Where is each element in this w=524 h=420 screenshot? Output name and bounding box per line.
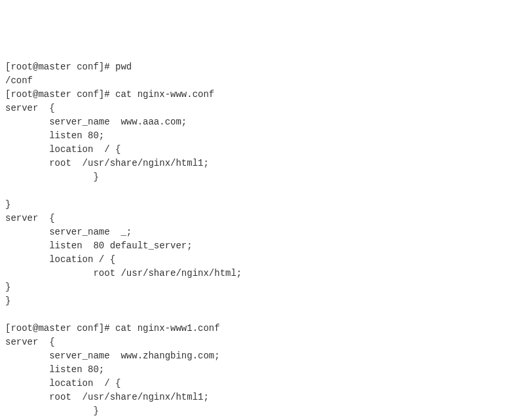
line: [root@master conf]# pwd [5, 62, 132, 72]
line: [root@master conf]# cat nginx-www.conf [5, 89, 214, 100]
line: server_name www.zhangbing.com; [5, 351, 220, 361]
line: } [5, 172, 99, 182]
line: } [5, 406, 99, 416]
line: server_name www.aaa.com; [5, 117, 187, 127]
line: listen 80; [5, 130, 104, 141]
line: root /usr/share/nginx/html1; [5, 158, 209, 168]
line: [root@master conf]# cat nginx-www1.conf [5, 323, 220, 334]
line: listen 80 default_server; [5, 240, 193, 251]
terminal-output: [root@master conf]# pwd /conf [root@mast… [5, 60, 519, 420]
line: root /usr/share/nginx/html1; [5, 392, 209, 402]
line: root /usr/share/nginx/html; [5, 268, 242, 278]
line: listen 80; [5, 364, 104, 375]
line: location / { [5, 144, 121, 155]
line: server { [5, 103, 55, 113]
line: } [5, 282, 10, 292]
line: /conf [5, 75, 33, 86]
line: } [5, 296, 10, 306]
line: location / { [5, 254, 115, 265]
line: server { [5, 337, 55, 347]
line: server { [5, 213, 55, 223]
line: server_name _; [5, 227, 132, 237]
line: location / { [5, 378, 121, 389]
line: } [5, 199, 10, 210]
